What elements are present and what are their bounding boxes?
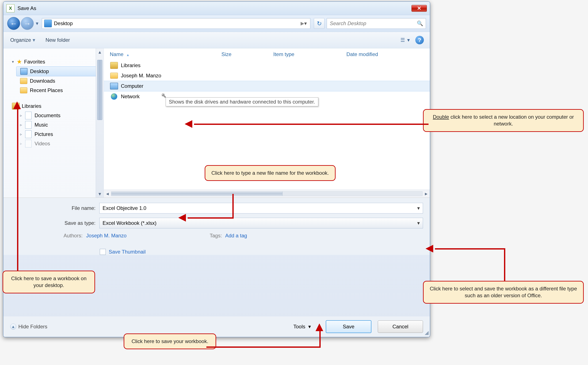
cancel-button[interactable]: Cancel bbox=[378, 321, 423, 333]
libraries-icon bbox=[110, 62, 118, 69]
toolbar: Organize ▾ New folder ☰ ▾ ? bbox=[3, 32, 430, 48]
callout-arrow bbox=[206, 346, 319, 348]
authors-field[interactable]: Authors: Joseph M. Manzo bbox=[64, 233, 127, 239]
tree-item-downloads[interactable]: Downloads bbox=[16, 76, 104, 86]
history-dropdown[interactable]: ▾ bbox=[35, 17, 40, 30]
new-folder-button[interactable]: New folder bbox=[45, 36, 71, 44]
help-icon: ? bbox=[418, 37, 421, 43]
filename-combo[interactable]: Excel Objecitve 1.0 ▾ bbox=[99, 203, 423, 213]
tree-item-recent-places[interactable]: Recent Places bbox=[16, 86, 104, 95]
change-view-button[interactable]: ☰ ▾ bbox=[399, 37, 411, 43]
callout-arrow bbox=[17, 109, 18, 271]
search-icon: 🔍 bbox=[417, 21, 423, 26]
tree-item-label: Desktop bbox=[30, 68, 49, 74]
close-button[interactable]: ✕ bbox=[411, 5, 427, 12]
expander-icon[interactable]: ▹ bbox=[20, 113, 24, 118]
breadcrumb-separator-icon[interactable]: ▶ bbox=[301, 21, 304, 26]
folder-icon bbox=[20, 87, 27, 93]
tools-label: Tools bbox=[293, 324, 305, 330]
filename-label: File name: bbox=[10, 205, 99, 211]
file-row-user[interactable]: Joseph M. Manzo bbox=[104, 70, 430, 81]
search-input[interactable] bbox=[329, 20, 417, 27]
arrowhead-icon bbox=[13, 101, 21, 109]
tree-item-documents[interactable]: ▹ Documents bbox=[16, 111, 104, 120]
scroll-right-icon[interactable]: ▸ bbox=[423, 190, 430, 197]
chevron-down-icon[interactable]: ▾ bbox=[417, 205, 420, 211]
tree-heading-favorites[interactable]: ▾ ★ Favorites bbox=[10, 57, 104, 66]
search-box[interactable]: 🔍 bbox=[327, 18, 426, 29]
resize-grip-icon[interactable]: ◢ bbox=[424, 331, 429, 336]
scroll-left-icon[interactable]: ◂ bbox=[104, 190, 111, 197]
column-type[interactable]: Item type bbox=[273, 51, 347, 57]
scroll-thumb[interactable] bbox=[111, 192, 283, 196]
scroll-down-icon[interactable]: ▾ bbox=[96, 190, 104, 197]
expander-icon[interactable]: ▹ bbox=[20, 132, 24, 137]
file-name: Libraries bbox=[121, 63, 141, 68]
file-row-libraries[interactable]: Libraries bbox=[104, 60, 430, 70]
tree-item-label: Documents bbox=[35, 112, 60, 119]
tree-item-music[interactable]: ▹ Music bbox=[16, 120, 104, 130]
tree-heading-libraries[interactable]: Libraries bbox=[10, 101, 104, 111]
callout-filename: Click here to type a new file name for t… bbox=[205, 165, 336, 181]
desktop-icon bbox=[44, 20, 52, 27]
tree-scrollbar[interactable]: ▴ ▾ bbox=[96, 48, 104, 197]
forward-button[interactable]: → bbox=[21, 17, 34, 30]
file-row-computer[interactable]: Computer bbox=[104, 81, 430, 91]
horizontal-scrollbar[interactable]: ◂ ▸ bbox=[104, 190, 430, 197]
back-button[interactable]: ← bbox=[7, 17, 20, 30]
column-date[interactable]: Date modified bbox=[347, 51, 424, 57]
tree-item-videos[interactable]: ▹ Videos bbox=[16, 139, 104, 148]
callout-text: click here to select a new location on y… bbox=[449, 114, 574, 126]
tools-menu[interactable]: Tools ▾ bbox=[293, 324, 311, 330]
music-icon bbox=[25, 121, 32, 129]
libraries-label: Libraries bbox=[22, 103, 41, 109]
refresh-button[interactable]: ↻ bbox=[314, 18, 325, 29]
tree-item-label: Pictures bbox=[35, 131, 53, 137]
tags-value[interactable]: Add a tag bbox=[225, 233, 247, 239]
tree-group-favorites: ▾ ★ Favorites Desktop Downloads Recent P… bbox=[3, 57, 104, 95]
saveastype-combo[interactable]: Excel Workbook (*.xlsx) ▾ bbox=[99, 218, 423, 228]
tree-item-desktop[interactable]: Desktop bbox=[16, 66, 104, 76]
hide-folders-button[interactable]: ▲ Hide Folders bbox=[10, 324, 47, 330]
window-title: Save As bbox=[17, 5, 411, 11]
save-button[interactable]: Save bbox=[326, 320, 371, 333]
saveastype-label: Save as type: bbox=[10, 220, 99, 226]
tree-item-pictures[interactable]: ▹ Pictures bbox=[16, 130, 104, 139]
column-headers: Name ▲ Size Item type Date modified bbox=[104, 48, 430, 60]
dialog-footer: ▲ Hide Folders Tools ▾ Save Cancel ◢ bbox=[3, 316, 430, 337]
title-bar: X Save As ✕ bbox=[3, 2, 430, 15]
documents-icon bbox=[25, 112, 32, 119]
expander-icon[interactable]: ▹ bbox=[20, 123, 24, 127]
save-thumbnail-checkbox[interactable] bbox=[100, 249, 106, 255]
new-folder-label: New folder bbox=[45, 37, 70, 43]
scroll-up-icon[interactable]: ▴ bbox=[96, 48, 104, 56]
expander-icon[interactable]: ▾ bbox=[12, 59, 16, 64]
arrowhead-icon bbox=[185, 120, 192, 128]
callout-saveastype: Click here to select and save the workbo… bbox=[423, 281, 584, 304]
expander-icon[interactable]: ▹ bbox=[20, 141, 24, 146]
authors-value[interactable]: Joseph M. Manzo bbox=[86, 233, 127, 239]
callout-double-click: Double click here to select a new locati… bbox=[423, 109, 584, 132]
filename-value[interactable]: Excel Objecitve 1.0 bbox=[103, 205, 146, 211]
videos-icon bbox=[25, 140, 32, 147]
chevron-down-icon[interactable]: ▾ bbox=[417, 220, 420, 226]
organize-button[interactable]: Organize ▾ bbox=[9, 36, 36, 44]
folder-icon bbox=[110, 73, 118, 79]
address-text: Desktop bbox=[54, 21, 298, 26]
favorites-label: Favorites bbox=[24, 59, 45, 65]
navigation-tree: ▾ ★ Favorites Desktop Downloads Recent P… bbox=[3, 48, 104, 197]
address-bar[interactable]: Desktop ▶ ▾ bbox=[42, 18, 310, 29]
arrow-left-icon: ← bbox=[10, 19, 17, 28]
column-name[interactable]: Name ▲ bbox=[110, 51, 221, 57]
callout-arrow bbox=[319, 331, 321, 348]
tree-item-label: Recent Places bbox=[30, 87, 63, 93]
save-label: Save bbox=[343, 324, 354, 330]
form-area: File name: Excel Objecitve 1.0 ▾ Save as… bbox=[3, 198, 430, 255]
scroll-thumb[interactable] bbox=[97, 60, 102, 120]
tags-field[interactable]: Tags: Add a tag bbox=[210, 233, 247, 239]
help-button[interactable]: ? bbox=[415, 36, 424, 44]
view-icon: ☰ bbox=[400, 37, 405, 43]
scroll-track[interactable] bbox=[111, 191, 423, 196]
address-dropdown[interactable]: ▾ bbox=[304, 21, 307, 26]
column-size[interactable]: Size bbox=[221, 51, 273, 57]
